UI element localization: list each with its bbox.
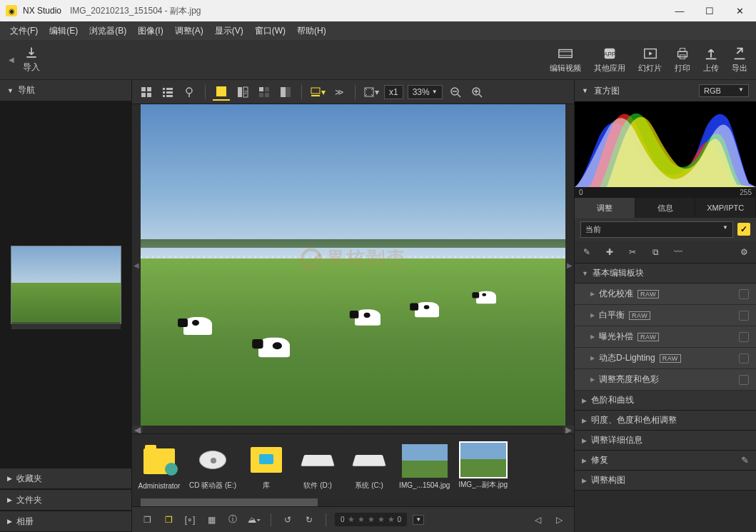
image-h-scrollbar[interactable]: ◀▶ [132, 426, 574, 433]
straighten-icon[interactable]: ⧉ [649, 246, 662, 259]
left-handle[interactable]: ◀ [132, 104, 141, 426]
slideshow-button[interactable]: 幻灯片 [638, 46, 662, 74]
histogram-mode-select[interactable]: RGB ▼ [699, 84, 749, 97]
menu-edit[interactable]: 编辑(E) [45, 24, 82, 39]
retouch-header[interactable]: ▶修复✎ [575, 451, 756, 471]
color-label-picker[interactable]: ▼ [413, 515, 424, 525]
filmstrip-position-icon[interactable]: ▾ [309, 84, 326, 101]
fit-screen-icon[interactable]: ▾ [363, 84, 380, 101]
menu-help[interactable]: 帮助(H) [293, 24, 331, 39]
filmstrip-row[interactable]: Administrator CD 驱动器 (E:) 库 软件 (D:) 系统 (… [132, 434, 574, 498]
edit-video-button[interactable]: 编辑视频 [550, 46, 581, 74]
filmstrip-item[interactable]: IMG_...1504.jpg [399, 444, 450, 489]
albums-header[interactable]: ▶相册 [0, 511, 131, 532]
adj-checkbox[interactable] [739, 311, 749, 321]
star-icon[interactable]: ★ [358, 515, 365, 524]
info-icon[interactable]: ⓘ [225, 512, 241, 528]
filmstrip-item[interactable]: 库 [245, 442, 288, 491]
print-button[interactable]: 打印 [675, 46, 690, 74]
upload-button[interactable]: 上传 [703, 46, 719, 74]
navigator-scrollbar[interactable] [11, 325, 121, 329]
filmstrip-item[interactable]: 系统 (C:) [348, 442, 390, 491]
adj-checkbox[interactable] [739, 353, 749, 363]
crop-icon[interactable]: ✂ [626, 246, 639, 259]
compare-4-icon[interactable] [256, 84, 273, 101]
zoom-out-icon[interactable] [447, 84, 464, 101]
more-view-icon[interactable]: ≫ [331, 84, 348, 101]
preset-select[interactable]: 当前▼ [580, 221, 733, 238]
levels-curves-header[interactable]: ▶色阶和曲线 [575, 391, 756, 411]
histogram-toggle-icon[interactable]: ⛰▾ [246, 512, 262, 528]
rotate-ccw-icon[interactable]: ↺ [280, 512, 296, 528]
left-collapse-icon[interactable]: ◀ [9, 56, 14, 64]
right-handle[interactable]: ▶ [565, 104, 574, 426]
curve-icon[interactable]: 〰 [672, 246, 685, 259]
adj-exposure[interactable]: ▶曝光补偿RAW [575, 326, 756, 348]
before-after-icon[interactable] [277, 84, 294, 101]
stack-front-icon[interactable]: ❐ [161, 512, 176, 528]
histogram-header[interactable]: ▼ 直方图 RGB ▼ [575, 80, 756, 101]
grid-view-icon[interactable] [138, 84, 155, 101]
menu-view[interactable]: 显示(V) [211, 24, 248, 39]
preset-enabled-toggle[interactable]: ✓ [737, 223, 750, 236]
nav-panel-header[interactable]: ▼ 导航 [0, 80, 131, 101]
zoom-percent-select[interactable]: 33%▼ [408, 85, 443, 99]
navigator[interactable] [0, 101, 131, 468]
list-view-icon[interactable] [159, 84, 176, 101]
close-button[interactable]: ✕ [729, 6, 750, 16]
menu-image[interactable]: 图像(I) [133, 24, 167, 39]
image-viewer[interactable]: 果核剥壳 [141, 104, 565, 426]
import-button[interactable]: 导入 [23, 46, 40, 74]
compare-2-icon[interactable]: 2 [234, 84, 251, 101]
grid-overlay-icon[interactable]: ▦ [203, 512, 219, 528]
composition-header[interactable]: ▶调整构图 [575, 471, 756, 491]
star-icon[interactable]: ★ [388, 515, 395, 524]
minimize-button[interactable]: ― [669, 6, 690, 16]
filmstrip-item[interactable]: Administrator [138, 443, 181, 490]
filmstrip-scrollbar[interactable] [132, 498, 574, 506]
heal-icon[interactable]: ✚ [603, 246, 616, 259]
filmstrip-item-selected[interactable]: IMG_...副本.jpg [458, 443, 508, 490]
zoom-fit-select[interactable]: x1 [384, 85, 403, 99]
tab-xmp[interactable]: XMP/IPTC [695, 198, 756, 218]
map-view-icon[interactable] [181, 84, 198, 101]
adj-white-balance[interactable]: ▶白平衡RAW [575, 305, 756, 326]
basic-edit-header[interactable]: ▼基本编辑板块 [575, 264, 756, 283]
settings-gear-icon[interactable]: ⚙ [737, 246, 750, 259]
adj-checkbox[interactable] [739, 375, 749, 385]
star-icon[interactable]: ★ [378, 515, 385, 524]
stack-back-icon[interactable]: ❐ [139, 512, 155, 528]
rotate-cw-icon[interactable]: ↻ [301, 512, 317, 528]
folders-header[interactable]: ▶文件夹 [0, 489, 131, 511]
filmstrip-item[interactable]: CD 驱动器 (E:) [189, 442, 236, 491]
menu-file[interactable]: 文件(F) [6, 24, 42, 39]
menu-window[interactable]: 窗口(W) [251, 24, 290, 39]
star-icon[interactable]: ★ [348, 515, 355, 524]
adj-checkbox[interactable] [739, 332, 749, 342]
next-image-icon[interactable]: ▷ [551, 512, 567, 528]
menu-adjust[interactable]: 调整(A) [171, 24, 208, 39]
single-view-icon[interactable] [213, 84, 230, 101]
focus-point-icon[interactable]: [∘] [182, 512, 198, 528]
maximize-button[interactable]: ☐ [699, 6, 720, 16]
export-button[interactable]: 导出 [732, 46, 747, 74]
image-thumb [402, 444, 448, 478]
favorites-header[interactable]: ▶收藏夹 [0, 468, 131, 489]
adj-checkbox[interactable] [739, 289, 749, 299]
zoom-in-icon[interactable] [468, 84, 485, 101]
other-app-button[interactable]: APP 其他应用 [594, 46, 625, 74]
adj-dlighting[interactable]: ▶动态D-LightingRAW [575, 348, 756, 369]
tab-info[interactable]: 信息 [635, 198, 696, 218]
prev-image-icon[interactable]: ◁ [530, 512, 545, 528]
rating-control[interactable]: 0 ★ ★ ★ ★ ★ 0 [335, 513, 407, 526]
star-icon[interactable]: ★ [368, 515, 375, 524]
adj-picture-control[interactable]: ▶优化校准RAW [575, 283, 756, 305]
lch-header[interactable]: ▶明度、色度和色相调整 [575, 411, 756, 431]
tab-adjust[interactable]: 调整 [575, 198, 635, 218]
menu-browser[interactable]: 浏览器(B) [85, 24, 131, 39]
adj-brightness-color[interactable]: ▶调整亮度和色彩 [575, 369, 756, 391]
filmstrip-item[interactable]: 软件 (D:) [296, 442, 339, 491]
detail-header[interactable]: ▶调整详细信息 [575, 431, 756, 451]
eyedropper-icon[interactable]: ✎ [580, 246, 593, 259]
edit-icon[interactable]: ✎ [741, 455, 749, 466]
